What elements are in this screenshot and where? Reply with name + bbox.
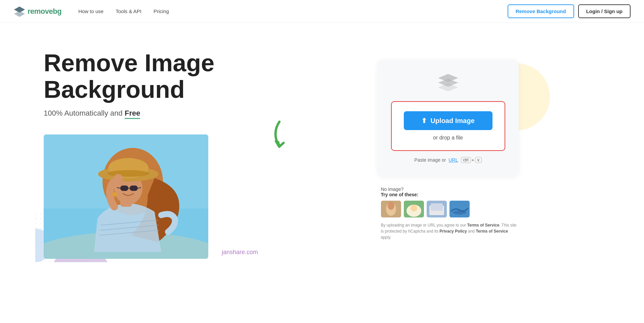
navbar: removebg How to use Tools & API Pricing … <box>0 0 644 23</box>
nav-actions: Remove Background Login / Sign up <box>508 4 631 18</box>
logo-text: removebg <box>28 7 61 16</box>
remove-background-button[interactable]: Remove Background <box>508 4 574 18</box>
svg-point-21 <box>112 192 117 197</box>
upload-icon: ⬆ <box>421 117 427 125</box>
ctrl-key: ctrl <box>461 157 471 163</box>
woman-illustration <box>44 134 208 259</box>
svg-point-27 <box>388 202 394 210</box>
terms-of-service-link[interactable]: Terms of Service <box>467 223 500 228</box>
svg-rect-12 <box>120 186 128 191</box>
hero-image-wrapper <box>44 134 208 259</box>
sample-section: No image? Try one of these: <box>378 187 519 217</box>
paste-url-link[interactable]: URL <box>448 157 458 163</box>
svg-point-30 <box>411 205 417 211</box>
watermark: janshare.com <box>222 249 258 256</box>
terms-of-service-link-2[interactable]: Terms of Service <box>476 229 508 234</box>
logo[interactable]: removebg <box>13 5 61 17</box>
svg-point-19 <box>108 170 149 177</box>
hero-subtitle: 100% Automatically and Free <box>44 109 279 118</box>
hero-title: Remove Image Background <box>44 50 279 103</box>
logo-icon <box>13 5 26 17</box>
nav-links: How to use Tools & API Pricing <box>78 8 507 14</box>
upload-box: ⬆ Upload Image or drop a file Paste imag… <box>378 60 519 176</box>
terms-text: By uploading an image or URL you agree t… <box>378 222 519 240</box>
sample-image-3[interactable] <box>427 201 447 217</box>
keyboard-shortcut: ctrl + v <box>461 157 482 163</box>
svg-rect-13 <box>130 186 138 191</box>
upload-drop-zone[interactable]: ⬆ Upload Image or drop a file <box>391 101 505 151</box>
upload-image-button[interactable]: ⬆ Upload Image <box>404 111 492 130</box>
v-key: v <box>475 157 482 163</box>
svg-point-20 <box>114 174 123 184</box>
paste-label: Paste image or <box>414 157 446 163</box>
svg-point-35 <box>453 210 466 214</box>
drop-text: or drop a file <box>433 135 463 141</box>
paste-row: Paste image or URL ctrl + v <box>414 157 481 163</box>
svg-marker-24 <box>438 79 458 87</box>
hero-sample-image <box>44 134 208 259</box>
nav-how-to-use[interactable]: How to use <box>78 8 103 14</box>
plus-sign: + <box>472 157 474 163</box>
hero-right: ⬆ Upload Image or drop a file Paste imag… <box>279 43 617 240</box>
sample-image-1[interactable] <box>381 201 401 217</box>
privacy-policy-link[interactable]: Privacy Policy <box>439 229 467 234</box>
sample-images-row <box>381 201 519 217</box>
sample-label: No image? Try one of these: <box>381 187 519 197</box>
svg-marker-2 <box>14 6 25 12</box>
hero-left: Remove Image Background 100% Automatical… <box>44 43 279 259</box>
sample-image-4[interactable] <box>449 201 470 217</box>
nav-pricing[interactable]: Pricing <box>154 8 169 14</box>
layers-icon <box>436 73 460 93</box>
sample-image-2[interactable] <box>404 201 424 217</box>
svg-rect-33 <box>431 203 443 211</box>
login-signup-button[interactable]: Login / Sign up <box>578 4 631 18</box>
nav-tools-api[interactable]: Tools & API <box>116 8 141 14</box>
hero-section: Remove Image Background 100% Automatical… <box>0 23 644 323</box>
